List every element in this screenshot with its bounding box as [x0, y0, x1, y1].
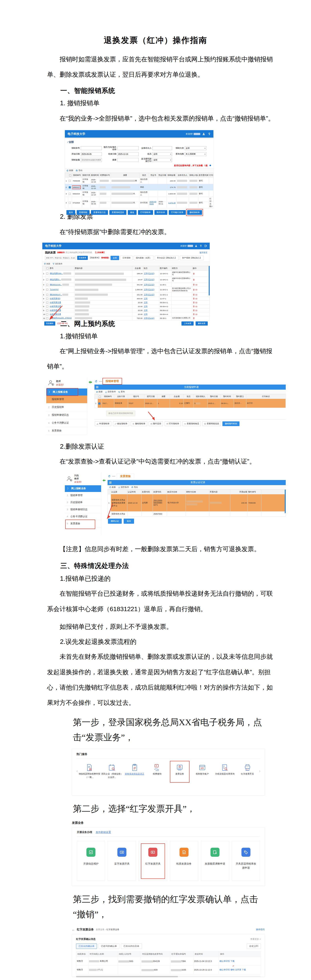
card-original-rate[interactable]: 开具原适用税率发票申请 — [232, 841, 260, 881]
tab-meeting[interactable]: 举办会议【测试加入】 — [155, 256, 179, 260]
invoice-row[interactable]: 7出租车票交通20.00正常06-09-4-1 — [43, 301, 210, 304]
tab-sent-confirm[interactable]: 已发出的确认单 — [76, 943, 97, 949]
delete-icon[interactable] — [193, 289, 195, 291]
delete-icon[interactable] — [193, 301, 195, 304]
user-icon[interactable] — [202, 132, 205, 135]
print-bill-button[interactable]: 打印报销单 — [165, 422, 181, 426]
sidebar-item-invoice-check[interactable]: 5发票查验 — [46, 427, 87, 435]
query-button[interactable]: 查询 — [118, 390, 125, 393]
chevron-left-icon[interactable]: ‹ — [76, 769, 78, 773]
active-tab[interactable]: 发票查验 — [117, 474, 134, 479]
apply-bill-button[interactable]: 申请报销单 — [95, 422, 111, 426]
tab-received-confirm[interactable]: 已收到的确认单 — [98, 943, 119, 949]
row-checkbox[interactable] — [46, 279, 48, 281]
batch-delete-button[interactable]: 批量删除 — [44, 321, 55, 326]
transfer-icon[interactable] — [195, 298, 197, 300]
card-red-invoice[interactable]: 红字发票开具 — [139, 841, 167, 881]
back-arrow-icon[interactable]: ← — [72, 928, 75, 931]
status-select[interactable]: 全部▾ — [152, 152, 172, 156]
invoice-row[interactable]: 11增/全电票/2411200...6756415750.00正常(已认证)05… — [43, 316, 210, 320]
row-checkbox[interactable] — [46, 305, 48, 307]
invoice-no-link[interactable]: 增/全电票/255... — [50, 272, 63, 274]
selected-bill-row[interactable]: 1✓ 7017...报销业务TEST2025-12...10.10已预约5202… — [95, 399, 286, 408]
tab-mail-setting[interactable]: 发件邮箱设置 — [96, 830, 111, 834]
delete-icon[interactable] — [193, 298, 195, 300]
card-blue-invoice[interactable]: 蓝字发票开具 — [108, 841, 136, 881]
row-checkbox[interactable] — [46, 310, 48, 312]
invoice-no-link[interactable]: 增/全电票/2... — [50, 278, 61, 280]
sidebar-item-card-auth[interactable]: 4公务卡消费认证 — [65, 513, 101, 520]
radio-yes[interactable] — [204, 165, 206, 166]
status-link[interactable]: 正常(已认证) — [144, 288, 154, 291]
vertical-scrollbar[interactable] — [285, 490, 286, 513]
download-link[interactable]: 下载 — [230, 960, 234, 962]
back-button[interactable]: 返回 — [67, 210, 75, 215]
export-button[interactable]: 导出 — [131, 486, 138, 488]
amount-link[interactable]: 2,272.30 — [168, 202, 176, 204]
delete-icon[interactable] — [193, 317, 195, 319]
clear-filter-button[interactable]: 清空条件 — [52, 262, 62, 265]
confirm-row[interactable]: 销售方 有限公司 50G 354139 7384 2025-11-04 13:1… — [76, 957, 261, 966]
export-button[interactable]: 导出 — [76, 169, 83, 172]
status-link[interactable]: 正常(已认证) — [144, 272, 154, 274]
view-more-link[interactable]: 查看更多 > — [251, 938, 261, 940]
service-finance-report[interactable]: 财务报表报送及更正 — [123, 764, 146, 776]
row-checkbox[interactable]: ✓ — [69, 186, 71, 188]
end-date-input[interactable] — [117, 152, 138, 156]
view-detail-button[interactable]: 查看明细信息 — [202, 422, 221, 426]
schedule-button[interactable]: 预约安排 — [149, 422, 163, 426]
radio-no[interactable] — [209, 165, 211, 166]
view-audit-log-button[interactable]: 查看审批日志 — [91, 210, 108, 215]
collapse-arrow-icon[interactable] — [89, 381, 92, 384]
table-row[interactable]: 3 6992634日常报销2025-12-10讯项目负责人2,503.00委托 — [65, 191, 213, 197]
confirm-row[interactable]: 销售方 (个人) 609 1635 2025-10-29 11:12:3 确认单… — [76, 966, 261, 974]
horizontal-scrollbar[interactable] — [76, 976, 261, 977]
service-digital-account[interactable]: 123 税务数字账户 — [191, 764, 214, 776]
sidebar-root-item[interactable]: 〉网上报帐业务 — [65, 485, 101, 492]
tab-asset[interactable]: 资产报销【测试加入】 — [180, 256, 204, 260]
modify-button[interactable]: 修改 — [128, 210, 136, 215]
delete-icon[interactable] — [193, 294, 195, 296]
sidebar-item-history[interactable]: 2历史报销单 — [46, 403, 87, 411]
invoice-no-link[interactable]: 增/25509147... — [50, 293, 62, 296]
sidebar-item-history[interactable]: 2历史报销单 — [65, 499, 101, 506]
status-link[interactable]: 正常(已认证) — [144, 278, 154, 280]
status-link[interactable]: 正常 — [144, 313, 148, 315]
bill-no-input[interactable] — [81, 146, 102, 150]
invoice-no-link[interactable]: 出租车票交通 — [50, 301, 61, 304]
card-quota-adjust[interactable]: 发票额度调整申请 — [201, 841, 229, 881]
sidebar-item-bill-manage[interactable]: 1报销单管理 — [46, 396, 87, 403]
transfer-icon[interactable] — [195, 310, 197, 312]
refresh-button[interactable]: 刷新 — [109, 486, 116, 488]
revoke-bill-button[interactable]: 撤销报销单 — [131, 422, 147, 426]
tab-daily[interactable]: 日常报销 — [120, 256, 132, 260]
view-detail-button[interactable]: 查看明细 — [77, 210, 90, 215]
delete-icon[interactable] — [193, 309, 195, 312]
refresh-button[interactable]: 刷新 — [67, 169, 73, 172]
confirm-detail-link[interactable]: 确认单详情 — [219, 969, 230, 971]
select-all-checkbox[interactable] — [46, 267, 48, 269]
sidebar-item-card-auth[interactable]: 4公务卡消费认证 — [46, 419, 87, 427]
invoice-row[interactable]: 1增/全电票/255...189.24正常(已认证)12-18-3-1成都市东澳… — [43, 270, 210, 277]
active-tab[interactable]: 报销单管理 — [104, 379, 121, 383]
key-icon[interactable] — [200, 245, 202, 247]
operation-guide-link[interactable]: 操作指引 — [256, 928, 265, 931]
user-icon[interactable] — [195, 245, 197, 247]
service-tax-pay[interactable]: ¥ 税费缴纳 — [146, 764, 168, 776]
refresh-button[interactable]: 刷新 — [96, 390, 103, 393]
voucher-link[interactable]: 2025 60 8425 — [149, 200, 156, 205]
refresh-button[interactable]: 刷新 — [44, 262, 50, 265]
advanced-query-link[interactable]: 【高级查询】 — [89, 256, 100, 259]
row-checkbox[interactable] — [46, 284, 48, 286]
table-row[interactable]: 4 6722826日常报销2025-06-05讯支付完成2025 60 8425… — [65, 197, 213, 208]
sidebar-item-invoice-check[interactable]: 5发票查验 — [65, 520, 101, 527]
cancel-reservation-button[interactable]: 撤销预约时间 — [222, 422, 240, 426]
transfer-icon[interactable] — [195, 305, 197, 307]
vertical-scrollbar[interactable] — [209, 266, 210, 295]
refresh-icon[interactable] — [108, 475, 111, 477]
tab-sent-info[interactable]: 已发出的信息表 — [121, 943, 142, 949]
project-input[interactable] — [117, 146, 138, 150]
status-link[interactable]: 正常 — [144, 298, 148, 299]
category-select[interactable]: 全部▾ — [185, 146, 206, 150]
custom-columns-button[interactable]: 自定义列 — [247, 943, 261, 949]
